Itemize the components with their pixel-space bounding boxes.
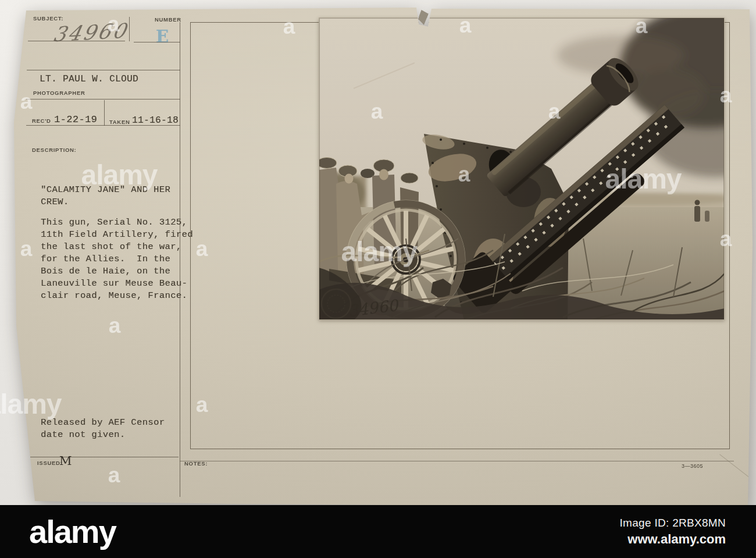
issued-label: ISSUED: — [37, 460, 62, 466]
image-id-text: Image ID: 2RBX8MN — [620, 517, 726, 529]
form-print-number: 3—3605 — [682, 463, 703, 469]
dates-divider — [104, 100, 105, 126]
column-divider — [180, 22, 180, 497]
description-label: DESCRIPTION: — [32, 147, 77, 153]
description-body: This gun, Serial No. 3125, 11th Field Ar… — [41, 216, 193, 302]
card-shadow-wrap: SUBJECT: 34960 NUMBER E LT. PAUL W. CLOU… — [0, 0, 756, 558]
card-corner-crease — [719, 454, 756, 486]
rule-under-subject — [28, 41, 125, 41]
photographer-name: LT. PAUL W. CLOUD — [40, 74, 138, 84]
received-date: 1-22-19 — [54, 114, 97, 125]
photo: 34960 — [319, 17, 725, 320]
screenshot-stage: SUBJECT: 34960 NUMBER E LT. PAUL W. CLOU… — [0, 0, 756, 558]
received-label: REC'D — [32, 118, 51, 124]
taken-date: 11-16-18 — [132, 115, 179, 126]
rule-above-issued — [26, 457, 179, 457]
rule-under-dates — [26, 125, 180, 126]
subject-label: SUBJECT: — [33, 15, 63, 22]
caption-card: SUBJECT: 34960 NUMBER E LT. PAUL W. CLOU… — [0, 0, 756, 558]
number-label: NUMBER — [155, 16, 181, 23]
issued-letter: M — [59, 454, 72, 468]
photographer-label: PHOTOGRAPHER — [33, 90, 85, 96]
rule-notes-row — [180, 461, 734, 461]
handwritten-subject-number: 34960 — [51, 19, 130, 47]
footer-credit-block: Image ID: 2RBX8MN www.alamy.com — [620, 517, 726, 547]
rule-under-number — [134, 42, 180, 42]
rule-row-2 — [27, 70, 180, 70]
alamy-logo: alamy — [29, 516, 116, 548]
number-stamp-letter: E — [156, 27, 169, 47]
alamy-url-text: www.alamy.com — [620, 532, 726, 547]
subject-number-divider — [129, 17, 130, 41]
pencil-scratch-mark — [379, 3, 405, 9]
release-note: Released by AEF Censor date not given. — [41, 417, 165, 441]
description-title: "CALAMITY JANE" AND HER CREW. — [41, 184, 170, 208]
rule-under-photographer — [26, 99, 180, 99]
taken-label: TAKEN — [109, 119, 130, 125]
artillery-photo-scene: 34960 — [319, 17, 725, 320]
footer-bar: alamy Image ID: 2RBX8MN www.alamy.com — [0, 505, 756, 558]
